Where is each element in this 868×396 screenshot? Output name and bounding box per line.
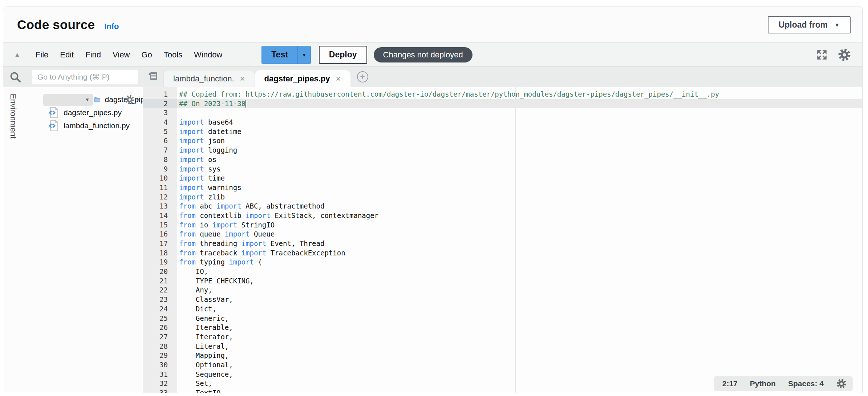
code-line: from typing import ( <box>177 258 862 267</box>
code-line: ## On 2023-11-30 <box>177 99 862 109</box>
tabs: lambda_function.×dagster_pipes.py× <box>163 70 350 87</box>
close-tab-icon[interactable]: × <box>240 74 245 84</box>
changes-not-deployed-badge: Changes not deployed <box>374 47 472 62</box>
code-line: Iterator, <box>177 332 862 342</box>
tab-lambda_function[interactable]: lambda_function.× <box>163 70 255 87</box>
code-line: Optional, <box>177 360 862 370</box>
tree-file-lambda_function.py[interactable]: lambda_function.py <box>24 119 143 132</box>
statusbar-gear-icon[interactable] <box>836 378 847 389</box>
panel-header: Code source Info Upload from ▼ <box>3 7 862 43</box>
code-area[interactable]: 1234567891011121314151617181920212223242… <box>143 87 862 393</box>
menu-item-find[interactable]: Find <box>80 50 107 60</box>
line-number: 25 <box>143 314 177 323</box>
folder-disclosure-icon[interactable]: ▼ <box>85 97 90 102</box>
tab-list-icon[interactable] <box>147 71 158 83</box>
menu-item-window[interactable]: Window <box>188 50 228 60</box>
code-line: Any, <box>177 286 862 295</box>
indent-setting[interactable]: Spaces: 4 <box>788 379 824 388</box>
line-number: 7 <box>143 146 177 155</box>
folder-icon <box>94 95 101 104</box>
line-number: 16 <box>143 230 177 239</box>
code-line: from traceback import TracebackException <box>177 248 862 258</box>
code-line: import logging <box>177 146 862 155</box>
code-line: from threading import Event, Thread <box>177 239 862 248</box>
line-number: 10 <box>143 174 177 183</box>
upload-from-label: Upload from <box>779 20 828 30</box>
test-split-button[interactable]: Test ▼ <box>261 46 311 64</box>
test-button[interactable]: Test <box>262 46 297 64</box>
line-number: 31 <box>143 370 177 379</box>
editor-statusbar: 2:17 Python Spaces: 4 <box>714 376 853 391</box>
file-name: lambda_function.py <box>64 121 130 130</box>
line-number: 11 <box>143 183 177 193</box>
menu-item-go[interactable]: Go <box>135 50 158 60</box>
code-line: from io import StringIO <box>177 221 862 230</box>
info-link[interactable]: Info <box>104 22 119 31</box>
code-line: import sys <box>177 165 862 174</box>
code-line: Generic, <box>177 314 862 323</box>
tree-settings-menu[interactable]: ▾ <box>125 94 139 105</box>
code-line <box>177 108 862 118</box>
code-line: import json <box>177 136 862 146</box>
line-number: 23 <box>143 295 177 304</box>
code-line: ClassVar, <box>177 295 862 304</box>
line-number: 30 <box>143 360 177 370</box>
test-dropdown-button[interactable]: ▼ <box>297 46 311 64</box>
close-tab-icon[interactable]: × <box>336 74 341 84</box>
line-number: 4 <box>143 118 177 127</box>
line-number: 1 <box>143 90 177 99</box>
menu-item-view[interactable]: View <box>107 50 135 60</box>
line-number: 19 <box>143 258 177 267</box>
language-mode[interactable]: Python <box>750 379 776 388</box>
line-number: 18 <box>143 248 177 258</box>
menu-item-edit[interactable]: Edit <box>54 50 80 60</box>
code-editor: lambda_function.×dagster_pipes.py× + 123… <box>143 67 862 393</box>
code-source-panel: Code source Info Upload from ▼ ▲ FileEdi… <box>3 7 863 393</box>
line-number: 21 <box>143 276 177 286</box>
code-line: import datetime <box>177 127 862 137</box>
upload-from-button[interactable]: Upload from ▼ <box>768 16 851 33</box>
file-explorer-sidebar: Environment ▼ dagster_pipes_funct <box>3 67 143 393</box>
page-title: Code source <box>17 17 95 32</box>
goto-anything-input[interactable] <box>32 70 138 84</box>
menubar-right-icons <box>816 48 851 62</box>
menu-item-file[interactable]: File <box>30 50 54 60</box>
text-cursor <box>246 100 246 108</box>
collapse-pane-icon[interactable]: ▲ <box>14 51 20 58</box>
line-number: 33 <box>143 388 177 393</box>
settings-gear-icon[interactable] <box>837 48 851 62</box>
environment-tab[interactable]: Environment <box>8 94 18 139</box>
file-rows: dagster_pipes.pylambda_function.py <box>24 106 143 132</box>
caret-down-icon: ▼ <box>301 52 307 58</box>
tree-file-dagster_pipes.py[interactable]: dagster_pipes.py <box>24 106 143 119</box>
cursor-position[interactable]: 2:17 <box>722 379 738 388</box>
line-number: 6 <box>143 136 177 146</box>
menu-items: FileEditFindViewGoToolsWindow <box>30 50 228 60</box>
line-number: 13 <box>143 202 177 211</box>
workspace: Environment ▼ dagster_pipes_funct <box>3 67 862 393</box>
editor-menubar: ▲ FileEditFindViewGoToolsWindow Test ▼ D… <box>3 43 862 67</box>
tab-label: dagster_pipes.py <box>264 74 330 84</box>
line-number: 20 <box>143 267 177 276</box>
line-number: 28 <box>143 342 177 351</box>
caret-down-icon: ▾ <box>136 96 139 103</box>
line-number: 27 <box>143 332 177 342</box>
line-number: 29 <box>143 351 177 360</box>
menu-item-tools[interactable]: Tools <box>158 50 188 60</box>
line-number: 17 <box>143 239 177 248</box>
line-number: 32 <box>143 379 177 388</box>
line-number: 12 <box>143 193 177 202</box>
line-number: 14 <box>143 211 177 221</box>
new-tab-button[interactable]: + <box>357 71 368 82</box>
search-icon <box>9 71 21 83</box>
tab-dagster_pipes.py[interactable]: dagster_pipes.py× <box>255 70 350 87</box>
tree-folder-row[interactable]: ▼ dagster_pipes_funct ▾ <box>24 93 143 106</box>
line-number: 22 <box>143 286 177 295</box>
deploy-button[interactable]: Deploy <box>319 46 367 64</box>
fullscreen-icon[interactable] <box>816 49 828 61</box>
code-line: import base64 <box>177 118 862 127</box>
code-lines: ## Copied from: https://raw.githubuserco… <box>177 90 862 393</box>
tab-bar: lambda_function.×dagster_pipes.py× + <box>143 67 862 87</box>
code-line: import zlib <box>177 193 862 202</box>
code-line: Dict, <box>177 304 862 314</box>
